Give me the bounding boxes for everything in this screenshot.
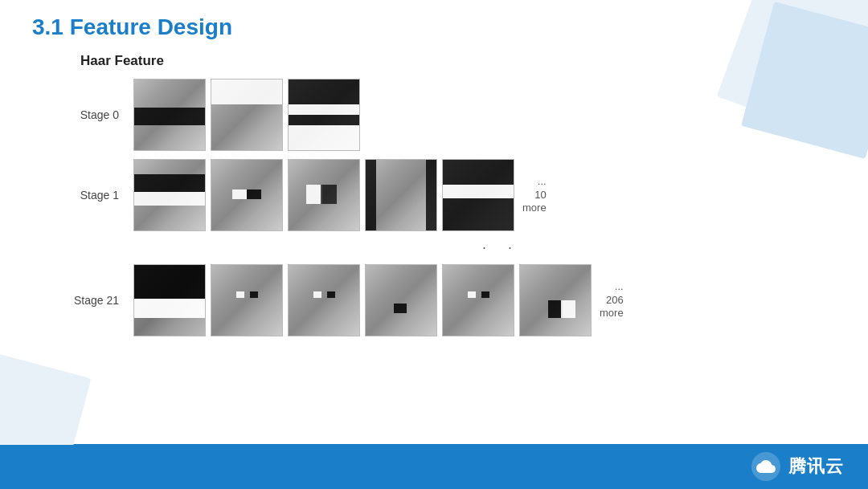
bottom-bar: 腾讯云 [0,444,868,489]
stage-0-image-2 [211,79,283,151]
stage-1-ellipsis: ... [538,175,547,189]
stage-1-more-count: 10 [534,189,546,202]
stage-21-more: ... 206 more [600,280,624,321]
main-content: 3.1 Feature Design Haar Feature Stage 0 [0,0,868,444]
stage-1-label: Stage 1 [64,189,129,202]
tencent-cloud-icon [751,452,780,481]
stage-21-image-3 [288,264,360,336]
logo-text: 腾讯云 [788,454,844,479]
stage-1-image-5 [442,159,514,231]
stage-0-label: Stage 0 [64,108,129,121]
between-stages-dots: · · [161,239,836,256]
stage-1-image-4 [365,159,437,231]
logo-area: 腾讯云 [751,452,844,481]
stage-1-more: ... 10 more [522,175,547,216]
stage-21-more-count: 206 [606,294,624,308]
stage-21-image-2 [211,264,283,336]
stage-1-images: ... 10 more [133,159,547,231]
stage-0-image-3 [288,79,360,151]
stage-1-image-1 [133,159,206,231]
dots-text: · · [482,239,514,256]
stage-0-image-1 [133,79,206,151]
stage-21-more-label: more [600,307,624,320]
stage-0-images [133,79,360,151]
page-title: 3.1 Feature Design [32,14,836,40]
stage-21-image-6 [519,264,592,336]
stage-21-row: Stage 21 [64,264,836,336]
stages-container: Stage 0 Stage 1 [64,79,836,336]
stage-1-image-3 [288,159,360,231]
stage-21-ellipsis: ... [615,280,624,294]
stage-21-images: ... 206 more [133,264,624,336]
stage-1-more-label: more [522,202,547,215]
stage-21-image-5 [442,264,514,336]
stage-21-image-4 [365,264,437,336]
slide: 3.1 Feature Design Haar Feature Stage 0 [0,0,868,489]
stage-21-image-1 [133,264,206,336]
stage-1-image-2 [211,159,283,231]
stage-21-label: Stage 21 [64,294,129,307]
section-title: Haar Feature [80,53,836,69]
stage-1-row: Stage 1 [64,159,836,231]
cloud-icon-svg [756,457,776,476]
stage-0-row: Stage 0 [64,79,836,151]
